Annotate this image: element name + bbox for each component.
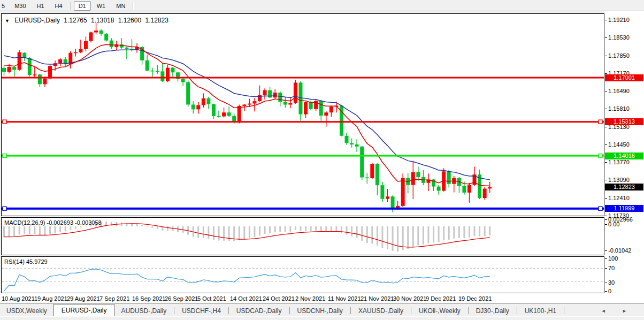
tab-scroll-arrows[interactable]: ◄ ►	[601, 308, 634, 314]
chart-tab-dj30-daily[interactable]: DJ30-,Daily	[470, 305, 516, 317]
tab-separator	[564, 307, 564, 314]
candle-body	[18, 52, 21, 70]
line-handle[interactable]	[599, 120, 602, 124]
candle-body	[288, 103, 292, 105]
rsi-axis-30: 30	[608, 280, 615, 286]
candle-body	[166, 68, 170, 81]
rsi-axis-100: 100	[608, 256, 618, 262]
date-label: 26 Sep 2021	[165, 295, 198, 302]
candle-body	[222, 112, 226, 116]
candle-body	[89, 32, 93, 41]
candle-body	[370, 164, 374, 178]
chart-tab-usdchf-h4[interactable]: USDCHF-,H4	[175, 305, 227, 317]
price-tick-label: 1.16490	[608, 88, 630, 94]
chart-tab-xauusd-daily[interactable]: XAUUSD-,Daily	[352, 305, 410, 317]
horizontal-line-1.14016[interactable]	[2, 154, 604, 158]
chart-tab-eurusd-daily[interactable]: EURUSD-,Daily	[53, 304, 115, 317]
candle-body	[99, 31, 103, 34]
candle-body	[309, 102, 313, 109]
candle-body	[248, 104, 251, 105]
candle-body	[171, 68, 174, 73]
candle-body	[360, 147, 364, 178]
candle-body	[212, 104, 216, 117]
candle-body	[74, 52, 78, 54]
candle-body	[462, 186, 466, 193]
macd-axis-min: -0.01042	[608, 248, 631, 254]
candle-body	[242, 105, 246, 106]
timeframe-toolbar: 5M30H1H4D1W1MN	[0, 0, 644, 11]
horizontal-line-1.11999[interactable]	[2, 207, 604, 210]
candle-body	[7, 67, 11, 72]
horizontal-line-1.15313[interactable]	[2, 120, 604, 124]
line-handle[interactable]	[3, 120, 6, 124]
candle-body	[38, 74, 42, 84]
mt4-window: 5M30H1H4D1W1MN ▼ EURUSD-,Daily 1.12765 1…	[0, 0, 644, 320]
price-tick-label: 1.13770	[608, 159, 630, 165]
candle-body	[411, 172, 415, 185]
price-label-1.11999: 1.11999	[605, 205, 643, 212]
date-label: 21 Nov 2021	[361, 295, 394, 302]
price-tick-label: 1.12410	[608, 195, 630, 201]
timeframe-button-mn[interactable]: MN	[111, 1, 130, 11]
timeframe-button-w1[interactable]: W1	[92, 1, 111, 11]
tab-separator	[411, 307, 411, 314]
chart-tab-bar: USDX,WeeklyEURUSD-,DailyAUDUSD-,DailyUSD…	[0, 303, 644, 317]
chart-tab-usdcnh-daily[interactable]: USDCNH-,Daily	[291, 305, 349, 317]
candle-body	[110, 41, 113, 47]
timeframe-button-h4[interactable]: H4	[50, 1, 67, 11]
candle-body	[48, 66, 52, 78]
candle-body	[386, 196, 389, 199]
chart-tab-audusd-daily[interactable]: AUDUSD-,Daily	[114, 305, 173, 317]
ma-slow-line[interactable]	[4, 50, 490, 180]
date-label: 11 Nov 2021	[328, 295, 361, 302]
price-tick-label: 1.17850	[608, 53, 630, 59]
candle-body	[252, 101, 256, 103]
timeframe-button-d1[interactable]: D1	[74, 1, 91, 11]
timeframe-button-h1[interactable]: H1	[32, 1, 49, 11]
candle-body	[237, 106, 241, 123]
rsi-line	[4, 269, 490, 291]
macd-pane[interactable]: MACD(12,26,9) -0.002693 -0.003058	[1, 217, 604, 255]
candle-body	[263, 90, 267, 95]
chart-tab-uk100-h1[interactable]: UK100-,H1	[518, 305, 563, 317]
toolbar-separator	[133, 2, 134, 10]
macd-signal-line	[4, 224, 490, 247]
candle-body	[125, 48, 128, 49]
chart-tab-ukoil-weekly[interactable]: UKOil-,Weekly	[412, 305, 467, 317]
rsi-chart[interactable]	[2, 257, 604, 293]
line-handle[interactable]	[3, 207, 6, 210]
ma-fast-line[interactable]	[4, 44, 490, 186]
candle-body	[416, 172, 420, 177]
candle-body	[437, 187, 441, 191]
line-handle[interactable]	[599, 207, 602, 210]
candle-body	[206, 98, 210, 104]
candles-group[interactable]	[2, 23, 492, 212]
line-handle[interactable]	[599, 154, 602, 158]
date-label: 7 Sep 2021	[99, 295, 129, 302]
chart-tab-usdcad-daily[interactable]: USDCAD-,Daily	[230, 305, 288, 317]
symbol-dropdown-icon[interactable]: ▼	[5, 18, 10, 24]
candle-body	[273, 93, 277, 97]
tab-separator	[350, 307, 351, 314]
price-chart-pane[interactable]: ▼ EURUSD-,Daily 1.12765 1.13018 1.12600 …	[1, 13, 604, 216]
price-label-1.14016: 1.14016	[605, 153, 643, 159]
chart-tab-usdx-weekly[interactable]: USDX,Weekly	[0, 305, 53, 317]
timeframe-button-m30[interactable]: M30	[10, 1, 30, 11]
line-handle[interactable]	[3, 154, 6, 158]
candle-body	[160, 71, 164, 81]
candlestick-chart[interactable]	[2, 14, 604, 216]
candle-body	[319, 101, 323, 116]
candle-body	[467, 185, 471, 193]
candle-body	[380, 185, 384, 199]
horizontal-line-1.17001[interactable]	[2, 77, 604, 79]
candle-body	[294, 82, 297, 103]
timeframe-button-5[interactable]: 5	[1, 1, 9, 11]
candle-body	[12, 67, 16, 70]
price-axis[interactable]: 1.192101.185301.178501.171701.164901.158…	[604, 11, 644, 303]
symbol-header: ▼ EURUSD-,Daily 1.12765 1.13018 1.12600 …	[5, 17, 171, 24]
macd-label: MACD(12,26,9) -0.002693 -0.003058	[4, 219, 102, 226]
rsi-pane[interactable]: RSI(14) 45.9729	[1, 256, 604, 293]
date-axis[interactable]: 10 Aug 202119 Aug 202129 Aug 20217 Sep 2…	[0, 293, 644, 303]
price-tick-label: 1.18530	[608, 35, 630, 41]
macd-axis-zero: 0.00	[608, 222, 619, 227]
